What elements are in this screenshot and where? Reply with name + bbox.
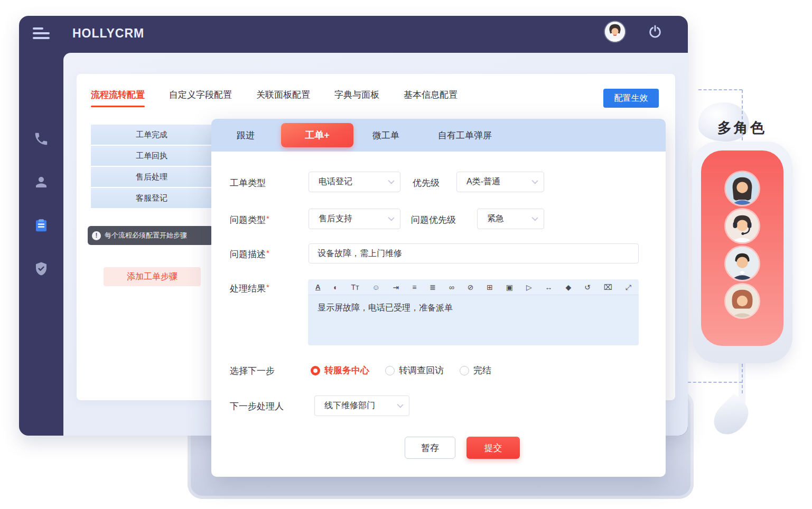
female-auburn-avatar[interactable]: [726, 285, 759, 317]
order-type-select[interactable]: 电话登记: [309, 172, 400, 192]
issue-priority-select[interactable]: 紧急: [477, 209, 544, 229]
add-step-button[interactable]: 添加工单步骤: [104, 267, 201, 286]
radio-finish[interactable]: 完结: [460, 364, 491, 376]
radio-selected-icon: [311, 366, 320, 375]
trash-icon[interactable]: ⌧: [604, 284, 612, 291]
notice-text: 每个流程必须配置开始步骤: [105, 231, 187, 240]
screen: HOLLYCRM: [0, 0, 812, 509]
modal-tab-workorder-plus[interactable]: 工单+: [281, 123, 353, 147]
modal-tab-micro-workorder[interactable]: 微工单: [372, 129, 399, 142]
tab-flow-config[interactable]: 流程流转配置: [91, 89, 145, 106]
radio-to-survey-callback[interactable]: 转调查回访: [385, 364, 444, 376]
issue-type-select[interactable]: 售后支持: [309, 209, 400, 229]
list-icon[interactable]: ≣: [430, 284, 436, 291]
dashed-guide-top: [698, 89, 742, 90]
hamburger-icon[interactable]: [33, 27, 50, 41]
result-editor: A ◐ Tᴛ ☺ ⇥ ≡ ≣ ∞ ⊘ ⊞ ▣ ▷ ↔ ◆ ↺ ⌧ ⤢ 显示屏故障…: [308, 279, 639, 345]
chevron-down-icon: [388, 177, 394, 184]
image-icon[interactable]: ▣: [506, 284, 513, 291]
step-item-receipt[interactable]: 工单回执: [91, 146, 212, 166]
radio-to-service-center[interactable]: 转服务中心: [311, 364, 369, 376]
step-item-complete[interactable]: 工单完成: [91, 125, 212, 145]
radio-icon: [460, 366, 469, 375]
chevron-down-icon: [388, 214, 394, 221]
submit-button[interactable]: 提交: [466, 437, 520, 459]
notice-tooltip: ! 每个流程必须配置开始步骤: [88, 226, 213, 245]
chevron-down-icon: [531, 177, 538, 184]
modal-tab-bar: 跟进 工单+ 微工单 自有工单弹屏: [211, 119, 666, 152]
issue-type-label: 问题类型*: [230, 214, 269, 226]
shield-check-icon[interactable]: [33, 261, 49, 277]
exclamation-icon: !: [92, 231, 101, 240]
next-step-label: 选择下一步: [230, 365, 275, 377]
tab-dictionary-panel[interactable]: 字典与面板: [334, 89, 379, 106]
link-icon[interactable]: ∞: [449, 284, 454, 291]
fullscreen-icon[interactable]: ⤢: [626, 284, 631, 291]
font-size-icon[interactable]: Tᴛ: [351, 284, 359, 291]
priority-select[interactable]: A类-普通: [456, 172, 544, 192]
palette-icon[interactable]: ◐: [333, 284, 338, 291]
tab-linked-panel[interactable]: 关联面板配置: [256, 89, 310, 106]
issue-desc-label: 问题描述*: [230, 248, 269, 260]
dashed-guide-bottom: [688, 382, 742, 383]
multi-role-label: 多角色: [717, 118, 767, 137]
eraser-icon[interactable]: ◆: [565, 284, 571, 291]
phone-icon[interactable]: [33, 131, 49, 147]
editor-toolbar: A ◐ Tᴛ ☺ ⇥ ≡ ≣ ∞ ⊘ ⊞ ▣ ▷ ↔ ◆ ↺ ⌧ ⤢: [308, 279, 639, 295]
align-icon[interactable]: ≡: [412, 284, 416, 291]
result-editor-content[interactable]: 显示屏故障，电话已受理，准备派单: [308, 295, 639, 345]
save-draft-button[interactable]: 暂存: [405, 437, 455, 459]
user-avatar[interactable]: [605, 22, 625, 42]
unlink-icon[interactable]: ⊘: [468, 284, 474, 291]
tab-basic-info[interactable]: 基本信息配置: [404, 89, 458, 106]
undo-icon[interactable]: ↺: [584, 284, 591, 291]
issue-desc-input[interactable]: [309, 243, 639, 263]
indent-icon[interactable]: ⇥: [393, 284, 399, 291]
issue-priority-label: 问题优先级: [411, 214, 456, 226]
apply-config-button[interactable]: 配置生效: [603, 89, 659, 108]
chevron-down-icon: [397, 401, 403, 408]
result-label: 处理结果*: [230, 282, 269, 295]
order-type-label: 工单类型: [230, 177, 266, 189]
droplet-decoration: [707, 393, 755, 441]
sidebar: [19, 53, 63, 436]
tab-custom-fields[interactable]: 自定义字段配置: [169, 89, 232, 106]
text-style-icon[interactable]: A: [315, 284, 320, 290]
divider-icon[interactable]: ↔: [545, 284, 553, 291]
next-handler-select[interactable]: 线下维修部门: [314, 395, 409, 416]
clipboard-icon[interactable]: [33, 218, 49, 233]
modal-tab-followup[interactable]: 跟进: [237, 129, 255, 142]
step-item-aftersales[interactable]: 售后处理: [91, 167, 212, 187]
app-header: HOLLYCRM: [19, 16, 688, 53]
priority-label: 优先级: [413, 177, 440, 189]
table-icon[interactable]: ⊞: [487, 284, 493, 291]
chevron-down-icon: [531, 214, 538, 221]
radio-icon: [385, 366, 395, 375]
app-title: HOLLYCRM: [72, 26, 144, 41]
power-icon[interactable]: [648, 24, 662, 39]
male-manager-avatar[interactable]: [726, 247, 759, 280]
multi-role-avatar-stack: [701, 150, 783, 346]
female-agent-avatar[interactable]: [726, 172, 759, 205]
workorder-modal: 跟进 工单+ 微工单 自有工单弹屏 工单类型 电话登记 优先级 A类-普通 问题…: [211, 119, 666, 477]
config-tab-bar: 流程流转配置 自定义字段配置 关联面板配置 字典与面板 基本信息配置: [91, 89, 458, 106]
video-icon[interactable]: ▷: [526, 284, 532, 291]
emoji-icon[interactable]: ☺: [372, 284, 379, 291]
step-item-service-register[interactable]: 客服登记: [91, 188, 212, 208]
next-handler-label: 下一步处理人: [230, 400, 284, 412]
next-step-radio-group: 转服务中心 转调查回访 完结: [311, 364, 491, 376]
workorder-step-list: 工单完成 工单回执 售后处理 客服登记: [91, 125, 212, 209]
person-icon[interactable]: [33, 174, 49, 190]
support-headset-avatar[interactable]: [726, 210, 759, 242]
modal-tab-own-popup[interactable]: 自有工单弹屏: [438, 129, 492, 142]
